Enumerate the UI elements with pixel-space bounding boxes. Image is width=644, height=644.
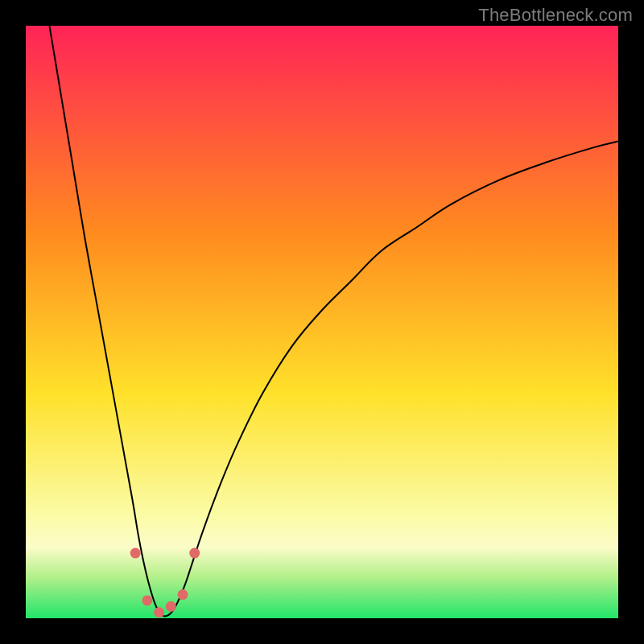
plot-area	[26, 26, 618, 618]
curve-marker	[166, 601, 176, 612]
curve-marker	[189, 548, 200, 559]
watermark-text: TheBottleneck.com	[478, 5, 633, 26]
curve-marker	[142, 595, 152, 605]
bottleneck-curve	[26, 26, 618, 618]
curve-marker	[130, 548, 141, 559]
curve-marker	[154, 607, 164, 617]
curve-marker	[178, 589, 188, 600]
chart-frame: TheBottleneck.com	[0, 0, 644, 644]
